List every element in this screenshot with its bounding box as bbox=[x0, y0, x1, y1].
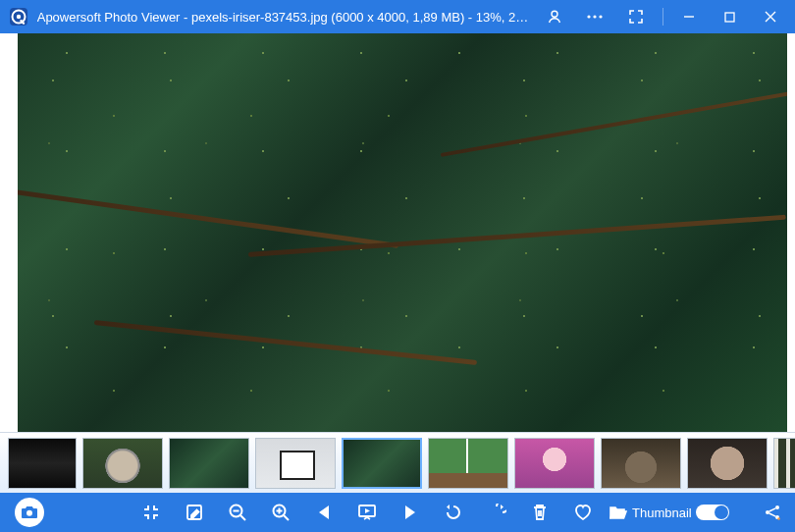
trash-icon bbox=[532, 504, 548, 521]
heart-icon bbox=[573, 504, 593, 521]
account-button[interactable] bbox=[534, 0, 574, 33]
thumbnail-strip bbox=[0, 432, 795, 493]
delete-button[interactable] bbox=[518, 493, 561, 532]
thumbnail-item[interactable] bbox=[169, 438, 249, 489]
thumbnail-item[interactable] bbox=[82, 438, 163, 489]
folder-open-icon bbox=[609, 505, 628, 520]
rotate-right-icon bbox=[487, 504, 506, 521]
svg-point-15 bbox=[775, 505, 779, 509]
minimize-button[interactable] bbox=[669, 0, 710, 33]
edit-icon bbox=[186, 504, 203, 521]
svg-point-4 bbox=[552, 11, 557, 17]
thumbnail-toggle[interactable]: Thumbnail bbox=[609, 505, 729, 520]
zoom-out-icon bbox=[228, 503, 247, 522]
zoom-in-icon bbox=[271, 503, 291, 522]
next-button[interactable] bbox=[389, 493, 432, 532]
main-image bbox=[18, 33, 787, 432]
close-button[interactable] bbox=[750, 0, 790, 33]
app-logo-icon bbox=[8, 6, 29, 27]
svg-point-14 bbox=[766, 510, 769, 514]
titlebar: Apowersoft Photo Viewer - pexels-iriser-… bbox=[0, 0, 795, 33]
thumbnail-item[interactable] bbox=[601, 438, 681, 489]
thumbnail-item[interactable] bbox=[514, 438, 595, 489]
fit-button[interactable] bbox=[130, 493, 173, 532]
rotate-left-button[interactable] bbox=[432, 493, 475, 532]
zoom-out-button[interactable] bbox=[216, 493, 259, 532]
thumbnail-item[interactable] bbox=[8, 438, 77, 489]
maximize-button[interactable] bbox=[710, 0, 750, 33]
slideshow-icon bbox=[358, 505, 376, 520]
svg-point-7 bbox=[600, 15, 603, 18]
thumbnail-item[interactable] bbox=[773, 438, 795, 489]
svg-point-17 bbox=[777, 517, 779, 519]
window-title: Apowersoft Photo Viewer - pexels-iriser-… bbox=[37, 10, 534, 25]
thumbnail-label: Thumbnail bbox=[632, 505, 692, 520]
slideshow-button[interactable] bbox=[345, 493, 389, 532]
rotate-right-button[interactable] bbox=[475, 493, 518, 532]
share-icon bbox=[764, 504, 781, 521]
svg-point-2 bbox=[17, 15, 21, 19]
image-viewer[interactable] bbox=[0, 33, 795, 432]
fit-icon bbox=[142, 504, 160, 521]
thumbnail-item[interactable] bbox=[255, 438, 336, 489]
svg-point-5 bbox=[588, 15, 591, 18]
thumbnail-item[interactable] bbox=[687, 438, 768, 489]
prev-button[interactable] bbox=[302, 493, 345, 532]
thumbnail-switch[interactable] bbox=[696, 505, 729, 520]
share-button[interactable] bbox=[758, 493, 787, 532]
svg-rect-8 bbox=[725, 13, 734, 22]
svg-point-9 bbox=[26, 510, 32, 516]
edit-button[interactable] bbox=[173, 493, 216, 532]
svg-point-6 bbox=[594, 15, 597, 18]
bottom-toolbar: Thumbnail bbox=[0, 493, 795, 532]
thumbnail-item-selected[interactable] bbox=[342, 438, 422, 489]
more-button[interactable] bbox=[575, 0, 615, 33]
thumbnail-item[interactable] bbox=[428, 438, 508, 489]
fullscreen-button[interactable] bbox=[615, 0, 656, 33]
prev-icon bbox=[317, 505, 331, 520]
zoom-in-button[interactable] bbox=[259, 493, 302, 532]
screenshot-button[interactable] bbox=[8, 493, 51, 532]
app-window: Apowersoft Photo Viewer - pexels-iriser-… bbox=[0, 0, 795, 532]
next-icon bbox=[403, 505, 417, 520]
divider bbox=[662, 8, 663, 26]
camera-icon bbox=[21, 505, 38, 519]
rotate-left-icon bbox=[444, 504, 463, 521]
favorite-button[interactable] bbox=[561, 493, 605, 532]
